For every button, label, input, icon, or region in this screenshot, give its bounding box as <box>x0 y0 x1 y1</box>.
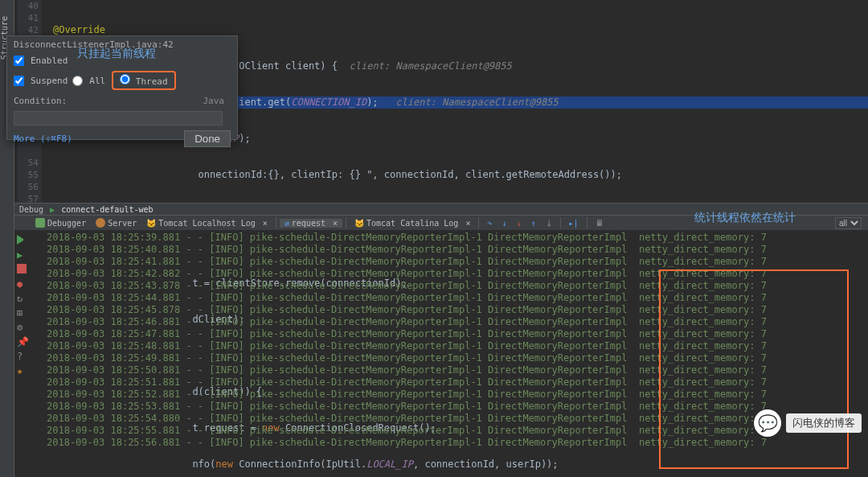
log-line: 2018-09-03 18:25:52.881 - - [INFO] pike-… <box>31 389 868 401</box>
code-line: @Override <box>45 24 868 36</box>
annotation-suspend-thread: 只挂起当前线程 <box>77 47 156 61</box>
more-link[interactable]: More (⇧⌘F8) <box>14 134 72 144</box>
condition-label: Condition: Java <box>7 93 237 109</box>
drop-frame-icon[interactable]: ⤓ <box>541 219 557 228</box>
line-no: 42 <box>18 24 39 36</box>
debug-tab-label: Debug <box>19 205 43 214</box>
request-tab[interactable]: ⇄request × <box>280 219 342 228</box>
log-line: 2018-09-03 18:25:53.881 - - [INFO] pike-… <box>31 401 868 413</box>
server-icon <box>96 218 105 228</box>
wechat-icon: 💬 <box>754 409 781 437</box>
log-line: 2018-09-03 18:25:42.882 - - [INFO] pike-… <box>31 268 868 280</box>
log-line: 2018-09-03 18:25:56.881 - - [INFO] pike-… <box>31 437 868 449</box>
stop-icon[interactable] <box>17 264 27 273</box>
condition-input[interactable] <box>14 111 223 125</box>
done-button[interactable]: Done <box>184 130 231 147</box>
step-out-icon[interactable]: ↑ <box>526 219 541 228</box>
log-line: 2018-09-03 18:25:51.881 - - [INFO] pike-… <box>31 376 868 389</box>
debug-config-icon: ▶ <box>50 205 55 214</box>
log-line: 2018-09-03 18:25:48.881 - - [INFO] pike-… <box>31 340 868 352</box>
step-over-icon[interactable]: ↷ <box>482 219 497 228</box>
tomcat-catalina-log-tab[interactable]: 🐱Tomcat Catalina Log × <box>350 219 475 228</box>
step-into-icon[interactable]: ↓ <box>497 219 511 228</box>
thread-label: Thread <box>136 76 168 87</box>
all-label: All <box>89 76 105 86</box>
fav-icon[interactable]: ★ <box>17 365 27 375</box>
separator <box>276 217 276 228</box>
breakpoint-suspend-row: Suspend All Thread <box>7 68 237 93</box>
suspend-label: Suspend <box>31 76 68 86</box>
line-no: 41 <box>18 12 39 24</box>
debug-config-name[interactable]: connect-default-web <box>61 205 153 214</box>
return-icon[interactable]: ↻ <box>17 293 27 302</box>
log-level-select[interactable]: all <box>835 217 862 229</box>
line-no: 56 <box>18 181 39 193</box>
breakpoints-icon[interactable]: ● <box>17 278 27 288</box>
log-line: 2018-09-03 18:25:45.878 - - [INFO] pike-… <box>31 304 868 316</box>
enabled-label: Enabled <box>31 56 68 66</box>
tomcat-icon: 🐱 <box>354 219 364 228</box>
suspend-checkbox[interactable] <box>14 76 24 86</box>
suspend-thread-radio[interactable] <box>120 74 130 84</box>
close-icon[interactable]: × <box>328 219 338 228</box>
suspend-all-radio[interactable] <box>72 76 83 86</box>
log-line: 2018-09-03 18:25:43.878 - - [INFO] pike-… <box>31 280 868 292</box>
step-icon[interactable]: ▶ <box>17 249 27 259</box>
log-line: 2018-09-03 18:25:41.881 - - [INFO] pike-… <box>31 256 868 268</box>
separator <box>560 217 561 228</box>
line-no: 40 <box>18 0 39 12</box>
enabled-checkbox[interactable] <box>14 56 24 66</box>
log-line: 2018-09-03 18:25:39.881 - - [INFO] pike-… <box>31 232 868 244</box>
request-icon: ⇄ <box>285 219 289 228</box>
pin-icon[interactable]: 📌 <box>17 336 27 346</box>
watermark: 💬 闪电侠的博客 <box>754 409 862 437</box>
server-tab[interactable]: Server <box>91 218 141 228</box>
settings-icon[interactable]: ⚙ <box>17 322 27 331</box>
annotation-stats-thread: 统计线程依然在统计 <box>694 211 796 225</box>
thread-highlight: Thread <box>112 71 175 90</box>
code-line: onnectionId:{}, clientIp: {} ", connecti… <box>45 169 868 181</box>
close-icon[interactable]: × <box>258 219 268 228</box>
layout-icon[interactable]: ⊞ <box>17 307 27 317</box>
separator <box>587 217 588 228</box>
run-to-cursor-icon[interactable]: ▸| <box>564 219 583 228</box>
condition-lang: Java <box>203 96 231 106</box>
log-line: 2018-09-03 18:25:54.880 - - [INFO] pike-… <box>31 413 868 425</box>
watermark-text: 闪电侠的博客 <box>786 413 862 433</box>
resume-icon[interactable] <box>17 235 27 245</box>
close-icon[interactable]: × <box>461 219 470 228</box>
bug-icon <box>35 218 45 228</box>
log-line: 2018-09-03 18:25:46.881 - - [INFO] pike-… <box>31 316 868 328</box>
log-line: 2018-09-03 18:25:49.881 - - [INFO] pike-… <box>31 352 868 364</box>
evaluate-icon[interactable]: 🖩 <box>591 219 608 228</box>
log-line: 2018-09-03 18:25:55.881 - - [INFO] pike-… <box>31 425 868 437</box>
console-output[interactable]: 2018-09-03 18:25:39.881 - - [INFO] pike-… <box>31 232 868 477</box>
log-line: 2018-09-03 18:25:44.881 - - [INFO] pike-… <box>31 292 868 304</box>
console-side-icons: ▶ ● ↻ ⊞ ⚙ 📌 ? ★ <box>14 232 29 375</box>
line-no: 54 <box>18 157 39 169</box>
separator <box>346 217 346 228</box>
debugger-tab[interactable]: Debugger <box>31 218 91 228</box>
log-line: 2018-09-03 18:25:47.881 - - [INFO] pike-… <box>31 328 868 340</box>
separator <box>478 217 479 228</box>
line-no: 55 <box>18 169 39 181</box>
help-icon[interactable]: ? <box>17 351 27 360</box>
tomcat-localhost-log-tab[interactable]: 🐱Tomcat Localhost Log × <box>141 219 272 228</box>
force-step-into-icon[interactable]: ↓ <box>512 219 526 228</box>
log-line: 2018-09-03 18:25:50.881 - - [INFO] pike-… <box>31 364 868 376</box>
tomcat-icon: 🐱 <box>146 219 156 228</box>
log-line: 2018-09-03 18:25:40.881 - - [INFO] pike-… <box>31 244 868 256</box>
